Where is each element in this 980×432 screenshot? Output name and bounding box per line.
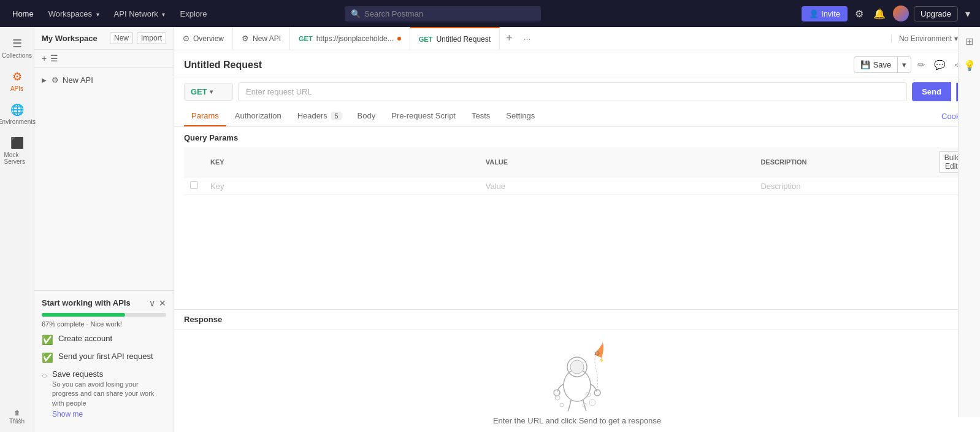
response-empty-text: Enter the URL and click Send to get a re… (493, 416, 661, 425)
sidebar-item-environments-label: Environments (0, 118, 36, 125)
api-tab-icon: ⚙ (242, 34, 249, 43)
svg-point-3 (554, 390, 560, 396)
row-checkbox (184, 177, 204, 195)
value-input[interactable] (486, 182, 749, 191)
request-title: Untitled Request (184, 60, 262, 71)
sidebar-item-mock-servers[interactable]: ⬛ Mock Servers (2, 131, 33, 170)
method-badge-get-active: GET (419, 36, 433, 43)
gs-close-button[interactable]: ✕ (159, 298, 166, 308)
right-area: ⊙ Overview ⚙ New API GET https://jsonpla… (174, 27, 980, 432)
nav-workspaces[interactable]: Workspaces ▾ (44, 7, 104, 21)
upgrade-button[interactable]: Upgrade (914, 6, 958, 21)
params-section-title: Query Params (184, 133, 970, 142)
add-tab-button[interactable]: + (500, 32, 519, 45)
mock-servers-icon: ⬛ (10, 136, 24, 150)
col-description: DESCRIPTION (754, 147, 932, 177)
progress-bar-fill (42, 313, 125, 317)
desc-cell[interactable] (754, 177, 932, 195)
comment-button[interactable]: 💬 (932, 57, 948, 73)
import-button[interactable]: Import (137, 32, 166, 44)
workspaces-chevron-icon: ▾ (96, 11, 99, 18)
row-checkbox-input[interactable] (190, 181, 198, 189)
progress-text: 67% complete - Nice work! (42, 320, 166, 328)
sidebar-item-collections-label: Collections (2, 52, 32, 59)
tab-params[interactable]: Params (184, 106, 226, 126)
desc-input[interactable] (760, 182, 926, 191)
value-cell[interactable] (480, 177, 755, 195)
tab-body[interactable]: Body (350, 106, 383, 126)
add-button[interactable]: + (42, 53, 47, 63)
gs-title: Start working with APIs (42, 298, 131, 307)
api-item-icon: ⚙ (52, 75, 59, 85)
save-button[interactable]: 💾 Save (854, 57, 898, 72)
sidebar-panel-icon[interactable]: ⊞ (962, 32, 977, 51)
env-selector-label: No Environment (899, 34, 952, 43)
tab-untitled-request[interactable]: GET Untitled Request (410, 27, 500, 50)
search-input[interactable] (364, 9, 535, 18)
method-select[interactable]: GET ▾ (184, 83, 233, 101)
api-network-chevron-icon: ▾ (162, 11, 165, 18)
method-badge-get: GET (299, 35, 313, 42)
notification-button[interactable]: 🔔 (871, 6, 888, 22)
check-icon-save-requests: ○ (42, 370, 47, 380)
tab-jsonplaceholder-label: https://jsonplaceholde... (316, 34, 394, 43)
gs-item-save-requests: ○ Save requests So you can avoid losing … (42, 369, 166, 418)
search-bar[interactable]: 🔍 (345, 6, 541, 21)
settings-button[interactable]: ⚙ (852, 6, 866, 22)
collections-icon: ☰ (12, 37, 22, 50)
tab-authorization[interactable]: Authorization (228, 106, 289, 126)
filter-button[interactable]: ☰ (50, 53, 58, 63)
main-layout: ☰ Collections ⚙ APIs 🌐 Environments ⬛ Mo… (0, 27, 980, 432)
sidebar-item-apis[interactable]: ⚙ APIs (2, 65, 33, 97)
environment-selector[interactable]: No Environment ▾ (891, 34, 965, 43)
tab-pre-request-script[interactable]: Pre-request Script (384, 106, 463, 126)
check-icon-create-account: ✅ (42, 334, 53, 345)
tab-get-jsonplaceholder[interactable]: GET https://jsonplaceholde... (290, 27, 410, 50)
left-panel-header: My Workspace New Import (34, 27, 174, 50)
tab-new-api[interactable]: ⚙ New API (233, 27, 290, 50)
col-key: KEY (204, 147, 480, 177)
invite-icon: 👤 (809, 9, 819, 18)
tree-chevron-icon: ▶ (42, 77, 47, 83)
send-button[interactable]: Send (912, 82, 951, 101)
invite-button[interactable]: 👤 Invite (802, 6, 848, 21)
expand-icon[interactable]: ▾ (963, 6, 973, 22)
light-bulb-icon[interactable]: 💡 (960, 56, 979, 75)
tree-item-new-api[interactable]: ▶ ⚙ New API (34, 72, 174, 88)
tabs-bar: ⊙ Overview ⚙ New API GET https://jsonpla… (174, 27, 980, 50)
gs-item-link-show-me[interactable]: Show me (52, 410, 83, 418)
gs-collapse-button[interactable]: ∨ (149, 298, 155, 308)
tab-overflow-button[interactable]: ··· (519, 34, 536, 44)
trash-area[interactable]: 🗑 Trash (0, 409, 34, 425)
nav-api-network[interactable]: API Network ▾ (109, 7, 170, 21)
url-input[interactable] (238, 82, 907, 101)
save-dropdown-button[interactable]: ▾ (897, 57, 911, 72)
nav-explore[interactable]: Explore (175, 7, 212, 21)
search-icon: 🔍 (351, 9, 361, 18)
response-header[interactable]: Response ∨ (174, 310, 980, 330)
nav-home[interactable]: Home (7, 7, 39, 21)
tab-overview[interactable]: ⊙ Overview (174, 27, 233, 50)
tab-settings[interactable]: Settings (499, 106, 542, 126)
tab-headers[interactable]: Headers 5 (290, 106, 349, 126)
new-button[interactable]: New (110, 32, 133, 44)
sidebar-item-environments[interactable]: 🌐 Environments (2, 98, 33, 130)
workspace-name: My Workspace (42, 34, 98, 43)
sidebar-item-collections[interactable]: ☰ Collections (2, 32, 33, 64)
unsaved-indicator (397, 37, 401, 40)
right-sidebar: ⊞ 💡 (958, 27, 980, 417)
request-header: Untitled Request 💾 Save ▾ ✏ 💬 </> (174, 50, 980, 77)
avatar[interactable] (893, 6, 909, 21)
headers-badge: 5 (331, 112, 341, 120)
top-navigation: Home Workspaces ▾ API Network ▾ Explore … (0, 0, 980, 27)
edit-request-button[interactable]: ✏ (915, 57, 928, 73)
gs-item-desc-save-requests: So you can avoid losing your progress an… (52, 380, 166, 408)
tab-tests[interactable]: Tests (464, 106, 497, 126)
key-cell[interactable] (204, 177, 480, 195)
sidebar-item-apis-label: APIs (10, 85, 23, 92)
key-input[interactable] (210, 182, 473, 191)
request-title-actions: 💾 Save ▾ ✏ 💬 </> (854, 56, 970, 73)
gs-item-title-first-request: Send your first API request (58, 352, 153, 361)
method-label: GET (191, 87, 207, 96)
response-area: Response ∨ (174, 309, 980, 432)
